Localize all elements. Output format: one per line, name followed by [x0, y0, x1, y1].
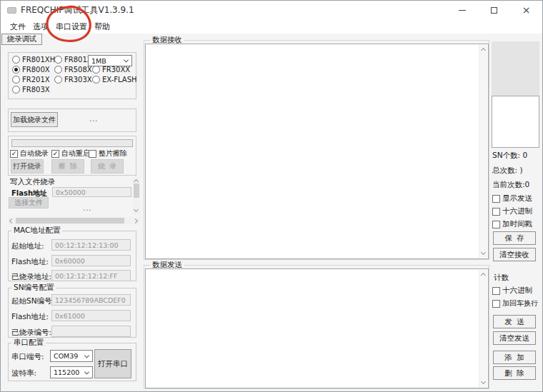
checkbox-label: 加回车换行 — [502, 298, 538, 308]
menu-item-options[interactable]: 选项 — [29, 20, 52, 34]
sn-count-label: SN个数: 0 — [492, 151, 527, 161]
sn-flash-label: Flash地址: — [11, 312, 49, 322]
mac-flash-label: Flash地址: — [11, 257, 49, 267]
burn-button[interactable]: 烧 录 — [91, 159, 124, 174]
radio-selected-icon — [12, 66, 20, 74]
save-button[interactable]: 保 存 — [493, 231, 536, 245]
radio-icon — [92, 76, 100, 84]
radio-icon — [54, 56, 62, 64]
clear-send-button[interactable]: 清空发送 — [493, 331, 536, 345]
scroll-down-icon — [481, 250, 486, 255]
scroll-right-icon — [133, 218, 138, 223]
serial-port-label: 串口端号: — [11, 352, 44, 362]
current-count-label: 当前次数:0 — [492, 180, 529, 190]
scroll-up-icon — [481, 48, 486, 53]
send-button[interactable]: 发 送 — [493, 315, 536, 328]
add-button[interactable]: 添 加 — [493, 351, 536, 364]
checkbox-icon — [492, 195, 500, 203]
sn-flash-input[interactable]: 0x61000 — [51, 310, 131, 321]
select-file-button[interactable]: 选择文件 — [9, 197, 49, 208]
show-send-checkbox[interactable]: 显示发送 — [492, 194, 532, 203]
radio-label: EX-FLASH — [102, 76, 137, 84]
tab-burn-debug[interactable]: 烧录调试 — [1, 34, 42, 45]
radio-label: FR800X — [22, 66, 50, 74]
send-textarea[interactable] — [145, 268, 489, 388]
checkbox-icon — [492, 208, 500, 216]
auto-burn-checkbox[interactable]: ✓ 自动烧录 — [10, 149, 49, 159]
clear-receive-button[interactable]: 清空接收 — [493, 248, 536, 261]
horizontal-scrollbar[interactable] — [8, 217, 140, 224]
menu-item-help[interactable]: 帮助 — [91, 20, 114, 34]
timestamp-checkbox[interactable]: 加时间戳 — [492, 219, 532, 229]
close-icon: × — [522, 5, 531, 15]
scroll-down-icon — [134, 207, 139, 212]
data-send-group: 数据发送 — [144, 265, 489, 389]
baud-rate-select[interactable]: 115200 — [50, 366, 93, 378]
radio-fr303x[interactable]: FR303X — [54, 76, 92, 84]
checkbox-label: 十六进制 — [502, 206, 532, 216]
chip-select-group: FR801XH FR801XT 1MB FR800X FR508X FR30XX… — [8, 52, 136, 99]
crlf-checkbox[interactable]: 加回车换行 — [492, 298, 538, 308]
window-controls: × — [446, 1, 542, 19]
sn-config-title: SN编号配置 — [11, 283, 56, 293]
serial-port-select[interactable]: COM39 — [50, 350, 93, 362]
checkbox-label: 十六进制 — [502, 286, 532, 296]
serial-config-group: 串口配置 串口端号: COM39 波特率: 115200 打开串口 — [8, 343, 136, 381]
close-button[interactable]: × — [510, 1, 542, 19]
receive-scrollbar[interactable] — [479, 45, 487, 258]
vertical-scrollbar[interactable] — [133, 176, 140, 215]
scrollbar-thumb[interactable] — [16, 218, 124, 223]
radio-icon — [12, 86, 20, 94]
write-file-scroll-region: 写入文件烧录 Flash地址 0x50000 选择文件 ... — [8, 176, 140, 225]
radio-fr508x[interactable]: FR508X — [54, 66, 92, 74]
mac-burned-input[interactable]: 00:12:12:12:12:FF — [51, 270, 131, 281]
minimize-button[interactable] — [446, 1, 478, 19]
sn-start-input[interactable]: 123456789ABCDEF0 — [51, 294, 131, 306]
flash-addr-input[interactable]: 0x50000 — [52, 187, 131, 197]
radio-label: FR303X — [64, 76, 92, 84]
mac-flash-input[interactable]: 0x60000 — [51, 255, 131, 266]
delete-button[interactable]: 删 除 — [493, 366, 536, 380]
open-serial-button[interactable]: 打开串口 — [94, 349, 131, 378]
checkbox-icon — [492, 221, 500, 228]
menu-item-file[interactable]: 文件 — [6, 20, 29, 34]
checkbox-label: 显示发送 — [502, 194, 532, 203]
hex-send-checkbox[interactable]: 十六进制 — [492, 286, 532, 296]
maximize-icon — [491, 7, 497, 14]
mac-start-input[interactable]: 00:12:12:12:13:00 — [51, 239, 131, 251]
checkbox-label: 自动烧录 — [20, 149, 49, 159]
scrollbar-thumb[interactable] — [134, 184, 139, 198]
data-receive-group: 数据接收 — [144, 40, 489, 260]
total-count-label: 总次数: ) — [492, 166, 522, 176]
checkbox-icon — [492, 300, 500, 308]
radio-label: FR803X — [22, 86, 50, 94]
flash-size-select[interactable]: 1MB — [88, 55, 132, 66]
mac-burned-label: 已烧录地址: — [11, 272, 51, 282]
receive-textarea[interactable] — [145, 44, 489, 259]
baud-rate-value: 115200 — [54, 368, 79, 376]
full-erase-checkbox[interactable]: 整片擦除 — [89, 149, 127, 159]
right-gray-panel — [492, 41, 539, 96]
scroll-up-icon — [481, 273, 486, 278]
checkbox-label: 加时间戳 — [502, 219, 532, 229]
menu-item-serial-settings[interactable]: 串口设置 — [52, 20, 91, 34]
maximize-button[interactable] — [478, 1, 510, 19]
sn-listbox[interactable] — [492, 96, 539, 148]
hex-receive-checkbox[interactable]: 十六进制 — [492, 206, 532, 216]
radio-fr30xx[interactable]: FR30XX — [92, 66, 130, 74]
erase-button[interactable]: 擦 除 — [51, 159, 84, 174]
auto-restart-checkbox[interactable]: ✓ 自动重启 — [51, 149, 90, 159]
radio-fr803x[interactable]: FR803X — [12, 86, 50, 94]
load-burn-file-button[interactable]: 加载烧录文件 — [11, 112, 58, 127]
radio-label: FR801XH — [22, 56, 55, 64]
app-icon — [7, 7, 16, 14]
open-burn-button[interactable]: 打开烧录 — [11, 159, 44, 174]
send-scrollbar[interactable] — [479, 270, 487, 387]
sn-burned-input[interactable] — [51, 326, 131, 337]
radio-fr800x[interactable]: FR800X — [12, 66, 50, 74]
radio-fr801xh[interactable]: FR801XH — [12, 56, 55, 64]
radio-fr201x[interactable]: FR201X — [12, 76, 50, 84]
checkbox-icon — [89, 150, 96, 158]
radio-ex-flash[interactable]: EX-FLASH — [92, 76, 137, 84]
mac-config-group: MAC地址配置 起始地址: 00:12:12:12:13:00 Flash地址:… — [8, 231, 136, 281]
